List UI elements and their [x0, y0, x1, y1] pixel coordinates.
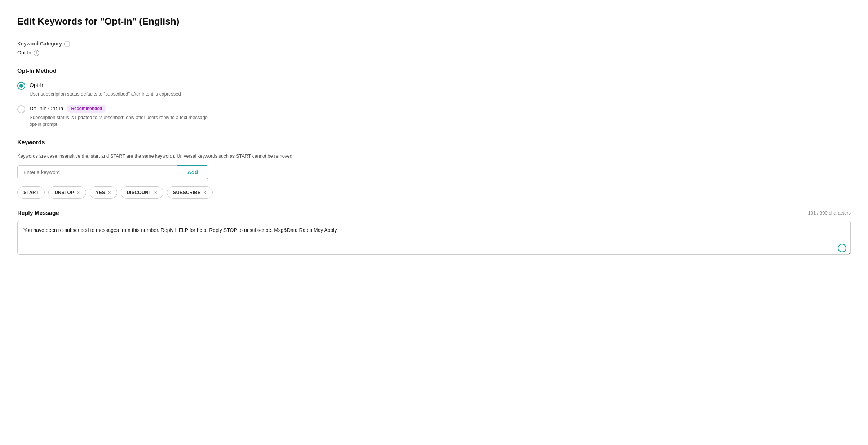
- keyword-input[interactable]: [17, 165, 177, 179]
- opt-in-method-section: Opt-In Method Opt-In User subscription s…: [17, 67, 851, 128]
- opt-in-method-title: Opt-In Method: [17, 67, 851, 75]
- radio-double-opt-in-label: Double Opt-In Recommended Subscription s…: [30, 105, 217, 128]
- keywords-description: Keywords are case insensitive (i.e. star…: [17, 153, 851, 160]
- reply-message-wrapper: +: [17, 221, 851, 257]
- reply-message-textarea[interactable]: [17, 221, 851, 255]
- opt-in-info-icon[interactable]: i: [34, 50, 39, 56]
- keyword-tag-subscribe: SUBSCRIBE ×: [167, 186, 213, 199]
- keyword-tag-start: START: [17, 186, 45, 199]
- keyword-input-row: Add: [17, 165, 208, 179]
- reply-message-label: Reply Message: [17, 209, 59, 217]
- keyword-category-value: Opt-In i: [17, 49, 851, 57]
- reply-message-section: Reply Message 131 / 300 characters +: [17, 209, 851, 257]
- radio-opt-in-title: Opt-In: [30, 81, 181, 89]
- radio-double-opt-in-title: Double Opt-In Recommended: [30, 105, 217, 113]
- remove-discount-icon[interactable]: ×: [154, 190, 157, 195]
- keywords-section: Keywords Keywords are case insensitive (…: [17, 138, 851, 199]
- keyword-tag-unstop: UNSTOP ×: [48, 186, 86, 199]
- radio-double-opt-in[interactable]: [17, 105, 25, 113]
- keyword-tag-discount: DISCOUNT ×: [121, 186, 163, 199]
- keyword-category-label: Keyword Category i: [17, 40, 851, 48]
- keyword-category-section: Keyword Category i Opt-In i: [17, 40, 851, 57]
- radio-option-opt-in[interactable]: Opt-In User subscription status defaults…: [17, 81, 851, 97]
- keyword-tag-yes: YES ×: [90, 186, 117, 199]
- opt-in-method-radio-group: Opt-In User subscription status defaults…: [17, 81, 851, 128]
- radio-opt-in-label: Opt-In User subscription status defaults…: [30, 81, 181, 97]
- radio-double-opt-in-desc: Subscription status is updated to "subsc…: [30, 114, 217, 128]
- page-title: Edit Keywords for "Opt-in" (English): [17, 14, 851, 28]
- keyword-category-info-icon[interactable]: i: [64, 41, 70, 47]
- radio-opt-in[interactable]: [17, 82, 25, 90]
- add-message-icon[interactable]: +: [838, 244, 846, 252]
- radio-opt-in-desc: User subscription status defaults to "su…: [30, 91, 181, 98]
- remove-unstop-icon[interactable]: ×: [77, 190, 80, 195]
- remove-yes-icon[interactable]: ×: [108, 190, 111, 195]
- keywords-section-title: Keywords: [17, 138, 851, 147]
- reply-message-header: Reply Message 131 / 300 characters: [17, 209, 851, 217]
- radio-option-double-opt-in[interactable]: Double Opt-In Recommended Subscription s…: [17, 105, 851, 128]
- keyword-tags-container: START UNSTOP × YES × DISCOUNT × SUBSCRIB…: [17, 186, 851, 199]
- recommended-badge: Recommended: [67, 105, 106, 113]
- char-count: 131 / 300 characters: [808, 210, 851, 217]
- add-keyword-button[interactable]: Add: [177, 165, 208, 179]
- remove-subscribe-icon[interactable]: ×: [203, 190, 206, 195]
